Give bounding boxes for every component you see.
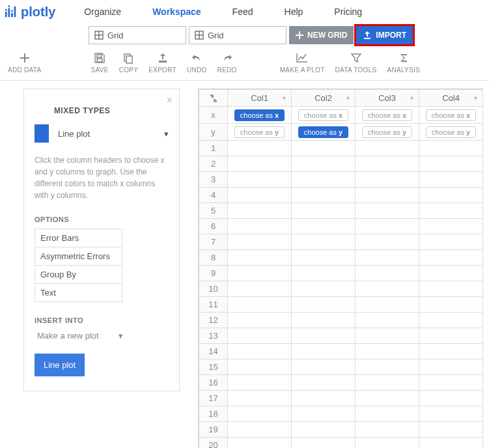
grid-cell[interactable] <box>419 406 483 422</box>
grid-cell[interactable] <box>419 297 483 313</box>
nav-help[interactable]: Help <box>285 7 303 17</box>
grid-cell[interactable] <box>419 438 483 449</box>
grid-cell[interactable] <box>419 328 483 344</box>
row-header[interactable]: 3 <box>199 172 228 188</box>
grid-cell[interactable] <box>228 297 292 313</box>
grid-cell[interactable] <box>292 266 356 281</box>
grid-cell[interactable] <box>419 359 483 375</box>
grid-cell[interactable] <box>419 344 483 359</box>
grid-cell[interactable] <box>292 422 356 438</box>
grid-cell[interactable] <box>356 172 419 188</box>
choose-y-cell[interactable]: choose as y <box>356 124 419 141</box>
grid-cell[interactable] <box>356 391 419 406</box>
col-header[interactable]: Col3▼ <box>356 90 419 107</box>
grid-cell[interactable] <box>228 406 292 422</box>
grid-cell[interactable] <box>419 203 483 219</box>
row-header[interactable]: 15 <box>199 359 228 375</box>
grid-cell[interactable] <box>292 156 356 172</box>
grid-cell[interactable] <box>356 297 419 313</box>
grid-cell[interactable] <box>356 281 419 297</box>
nav-workspace[interactable]: Workspace <box>152 7 201 17</box>
grid-cell[interactable] <box>292 328 356 344</box>
col-header[interactable]: Col4▼ <box>419 90 483 107</box>
row-header[interactable]: 14 <box>199 344 228 359</box>
row-header[interactable]: 17 <box>199 391 228 406</box>
grid-cell[interactable] <box>419 188 483 203</box>
grid-cell[interactable] <box>292 203 356 219</box>
tab-grid-2[interactable]: Grid <box>189 26 286 44</box>
grid-cell[interactable] <box>419 234 483 250</box>
grid-cell[interactable] <box>356 344 419 359</box>
row-header[interactable]: 12 <box>199 313 228 328</box>
choose-y-cell[interactable]: choose as y <box>292 124 356 141</box>
grid-cell[interactable] <box>228 313 292 328</box>
grid-cell[interactable] <box>356 141 419 156</box>
tool-copy[interactable]: COPY <box>114 51 144 74</box>
col-header[interactable]: Col1▼ <box>228 90 292 107</box>
grid-cell[interactable] <box>228 188 292 203</box>
row-header[interactable]: 19 <box>199 422 228 438</box>
grid-cell[interactable] <box>419 281 483 297</box>
row-header[interactable]: 4 <box>199 188 228 203</box>
grid-cell[interactable] <box>419 172 483 188</box>
grid-cell[interactable] <box>292 172 356 188</box>
grid-cell[interactable] <box>419 250 483 266</box>
grid-cell[interactable] <box>356 438 419 449</box>
grid-cell[interactable] <box>356 250 419 266</box>
grid-cell[interactable] <box>419 391 483 406</box>
grid-cell[interactable] <box>292 344 356 359</box>
col-header[interactable]: Col2▼ <box>292 90 356 107</box>
grid-cell[interactable] <box>356 188 419 203</box>
grid-cell[interactable] <box>228 156 292 172</box>
tool-make-plot[interactable]: MAKE A PLOT <box>275 51 330 74</box>
tab-grid-1[interactable]: Grid <box>89 26 186 44</box>
option-error-bars[interactable]: Error Bars <box>35 229 122 247</box>
option-asymmetric-errors[interactable]: Asymmetric Errors <box>35 247 122 266</box>
choose-x-cell[interactable]: choose as x <box>419 107 483 124</box>
grid-cell[interactable] <box>292 141 356 156</box>
row-header[interactable]: 6 <box>199 219 228 234</box>
grid-cell[interactable] <box>419 422 483 438</box>
plotly-logo[interactable]: plotly <box>4 5 58 20</box>
grid-cell[interactable] <box>356 203 419 219</box>
grid-cell[interactable] <box>228 359 292 375</box>
choose-y-cell[interactable]: choose as y <box>228 124 292 141</box>
grid-cell[interactable] <box>292 188 356 203</box>
row-header[interactable]: 8 <box>199 250 228 266</box>
grid-cell[interactable] <box>419 313 483 328</box>
grid-cell[interactable] <box>356 234 419 250</box>
grid-cell[interactable] <box>419 141 483 156</box>
choose-x-cell[interactable]: choose as x <box>292 107 356 124</box>
line-plot-button[interactable]: Line plot <box>35 354 85 376</box>
grid-cell[interactable] <box>292 219 356 234</box>
row-header[interactable]: 1 <box>199 141 228 156</box>
grid-cell[interactable] <box>356 266 419 281</box>
grid-cell[interactable] <box>356 359 419 375</box>
insert-into-select[interactable]: Make a new plot ▾ <box>37 331 169 341</box>
tool-export[interactable]: EXPORT <box>143 51 182 74</box>
grid-cell[interactable] <box>292 391 356 406</box>
grid-cell[interactable] <box>228 422 292 438</box>
tool-save[interactable]: SAVE <box>85 51 113 74</box>
nav-pricing[interactable]: Pricing <box>334 7 362 17</box>
grid-cell[interactable] <box>292 297 356 313</box>
grid-cell[interactable] <box>228 203 292 219</box>
row-header[interactable]: 5 <box>199 203 228 219</box>
nav-organize[interactable]: Organize <box>84 7 121 17</box>
grid-cell[interactable] <box>228 344 292 359</box>
row-header[interactable]: 20 <box>199 438 228 449</box>
grid-cell[interactable] <box>292 406 356 422</box>
grid-cell[interactable] <box>419 266 483 281</box>
option-group-by[interactable]: Group By <box>35 266 122 284</box>
grid-cell[interactable] <box>356 422 419 438</box>
row-header[interactable]: 10 <box>199 281 228 297</box>
grid-cell[interactable] <box>228 375 292 391</box>
grid-cell[interactable] <box>228 438 292 449</box>
grid-cell[interactable] <box>228 250 292 266</box>
row-header[interactable]: 16 <box>199 375 228 391</box>
close-icon[interactable]: × <box>167 94 173 106</box>
grid-cell[interactable] <box>228 266 292 281</box>
choose-x-cell[interactable]: choose as x <box>228 107 292 124</box>
grid-cell[interactable] <box>419 219 483 234</box>
grid-cell[interactable] <box>292 313 356 328</box>
